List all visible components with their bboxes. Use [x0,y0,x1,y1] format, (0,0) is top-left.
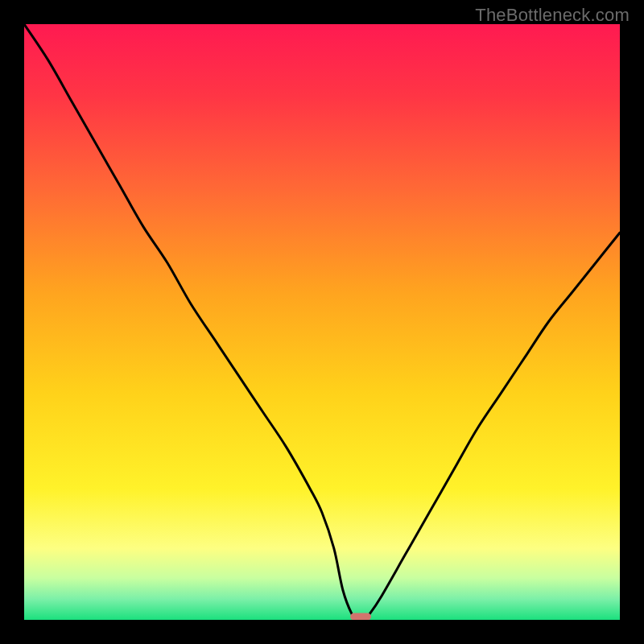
optimal-point-marker [350,613,371,620]
bottleneck-plot [24,24,620,620]
gradient-background [24,24,620,620]
plot-svg [24,24,620,620]
chart-frame: TheBottleneck.com [0,0,644,644]
watermark-text: TheBottleneck.com [475,5,630,26]
